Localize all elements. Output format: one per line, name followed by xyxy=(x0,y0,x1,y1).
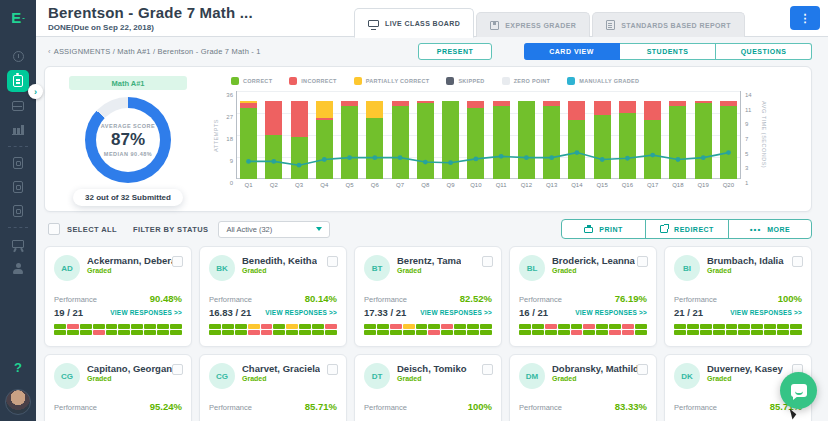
performance-row: Performance85.71% xyxy=(674,401,802,412)
card-view-button[interactable]: CARD VIEW xyxy=(524,43,620,60)
card-checkbox[interactable] xyxy=(792,256,803,267)
strip-cell xyxy=(764,324,776,329)
bar-q17[interactable] xyxy=(644,101,661,179)
strip-cell xyxy=(596,324,608,329)
bar-q9[interactable] xyxy=(442,101,459,179)
bar-q2[interactable] xyxy=(265,101,282,179)
app-root: E- ? › Berentson - Grade 7 Math ... DONE… xyxy=(0,0,828,421)
chat-bubble-button[interactable] xyxy=(780,372,817,409)
card-header: BLBroderick, LeannaGraded xyxy=(519,255,647,281)
select-all-checkbox[interactable] xyxy=(48,223,60,235)
bar-q20[interactable] xyxy=(720,101,737,179)
student-card-grid: ADAckermann, DeberaGradedPerformance90.4… xyxy=(44,246,812,421)
card-checkbox[interactable] xyxy=(172,256,183,267)
sidebar-item-item-bank-3[interactable] xyxy=(7,201,29,221)
card-checkbox[interactable] xyxy=(172,364,183,375)
strip-cell xyxy=(545,324,557,329)
card-checkbox[interactable] xyxy=(327,364,338,375)
bar-q7[interactable] xyxy=(392,101,409,179)
performance-row: Performance90.48% xyxy=(54,293,182,304)
card-checkbox[interactable] xyxy=(327,256,338,267)
item-bank-3-icon xyxy=(13,205,23,217)
card-header: ADAckermann, DeberaGraded xyxy=(54,255,182,281)
performance-value: 95.24% xyxy=(150,401,182,412)
x-tick-label: Q2 xyxy=(261,182,286,188)
view-responses-link[interactable]: VIEW RESPONSES >> xyxy=(575,309,647,316)
student-card: BLBroderick, LeannaGradedPerformance76.1… xyxy=(509,246,657,347)
question-strip[interactable] xyxy=(209,324,337,335)
students-button[interactable]: STUDENTS xyxy=(620,43,716,60)
card-header: DTDeisch, TomikoGraded xyxy=(364,363,492,389)
bar-q1[interactable] xyxy=(240,101,257,179)
bar-q14[interactable] xyxy=(568,101,585,179)
sidebar-item-item-bank-2[interactable] xyxy=(7,177,29,197)
present-button[interactable]: PRESENT xyxy=(418,43,492,60)
reports-icon xyxy=(12,125,24,135)
strip-cell xyxy=(790,324,802,329)
sidebar-item-assignments[interactable] xyxy=(7,70,29,92)
sidebar-item-groups[interactable] xyxy=(7,258,29,278)
bar-q16[interactable] xyxy=(619,101,636,179)
bar-segment xyxy=(619,101,636,113)
view-responses-link[interactable]: VIEW RESPONSES >> xyxy=(265,309,337,316)
more-button[interactable]: •••MORE xyxy=(728,220,811,238)
question-strip[interactable] xyxy=(519,324,647,335)
questions-button[interactable]: QUESTIONS xyxy=(716,43,812,60)
redirect-button[interactable]: REDIRECT xyxy=(645,220,728,238)
bar-q10[interactable] xyxy=(467,101,484,179)
card-checkbox[interactable] xyxy=(637,256,648,267)
bar-q4[interactable] xyxy=(316,101,333,179)
bar-q19[interactable] xyxy=(695,101,712,179)
bar-q13[interactable] xyxy=(543,101,560,179)
bar-q3[interactable] xyxy=(291,101,308,179)
sidebar-item-reports[interactable] xyxy=(7,120,29,140)
overflow-menu-button[interactable]: ⋮ xyxy=(790,6,820,30)
question-strip[interactable] xyxy=(54,324,182,335)
print-button[interactable]: PRINT xyxy=(562,220,645,238)
bar-q12[interactable] xyxy=(518,101,535,179)
y-tick-right: 3 xyxy=(745,165,748,171)
sidebar-expand-toggle[interactable]: › xyxy=(28,84,43,99)
view-responses-link[interactable]: VIEW RESPONSES >> xyxy=(730,309,802,316)
sidebar-item-playlist[interactable] xyxy=(7,234,29,254)
average-score-label: AVERAGE SCORE xyxy=(101,123,155,129)
question-bar-chart: CORRECTINCORRECTPARTIALLY CORRECTSKIPPED… xyxy=(211,67,811,211)
back-chevron-icon[interactable]: ‹ xyxy=(48,47,51,56)
performance-value: 85.71% xyxy=(305,401,337,412)
y-tick-left: 36 xyxy=(226,92,233,98)
tab-standards-based-report[interactable]: STANDARDS BASED REPORT xyxy=(592,12,745,37)
strip-cell xyxy=(286,324,298,329)
strip-cell xyxy=(764,330,776,335)
card-checkbox[interactable] xyxy=(482,364,493,375)
tab-live-class-board[interactable]: LIVE CLASS BOARD xyxy=(354,8,474,38)
bar-q11[interactable] xyxy=(493,101,510,179)
card-checkbox[interactable] xyxy=(637,364,648,375)
bar-q15[interactable] xyxy=(594,101,611,179)
sidebar-item-dashboard[interactable] xyxy=(7,46,29,66)
bar-q18[interactable] xyxy=(669,101,686,179)
view-responses-link[interactable]: VIEW RESPONSES >> xyxy=(420,309,492,316)
performance-row: Performance83.33% xyxy=(519,401,647,412)
user-avatar[interactable] xyxy=(5,389,31,415)
strip-cell xyxy=(67,330,79,335)
sidebar-item-item-bank-1[interactable] xyxy=(7,153,29,173)
question-strip[interactable] xyxy=(674,324,802,335)
help-button[interactable]: ? xyxy=(14,360,22,375)
app-logo[interactable]: E- xyxy=(11,0,25,34)
card-checkbox[interactable] xyxy=(482,256,493,267)
strip-cell xyxy=(635,330,647,335)
bar-q5[interactable] xyxy=(341,101,358,179)
x-tick-label: Q1 xyxy=(236,182,261,188)
card-actions: PRINTREDIRECT•••MORE xyxy=(561,219,812,239)
question-strip[interactable] xyxy=(364,324,492,335)
sidebar-item-classes[interactable] xyxy=(7,96,29,116)
strip-cell xyxy=(609,330,621,335)
performance-value: 83.33% xyxy=(615,401,647,412)
bar-q6[interactable] xyxy=(366,101,383,179)
view-responses-link[interactable]: VIEW RESPONSES >> xyxy=(110,309,182,316)
tab-express-grader[interactable]: EXPRESS GRADER xyxy=(476,12,590,37)
breadcrumb[interactable]: ‹ASSIGNMENTS / Math A#1 / Berentson - Gr… xyxy=(48,47,261,56)
performance-label: Performance xyxy=(519,403,562,412)
bar-q8[interactable] xyxy=(417,101,434,179)
status-filter-dropdown[interactable]: All Active (32) xyxy=(218,221,330,238)
